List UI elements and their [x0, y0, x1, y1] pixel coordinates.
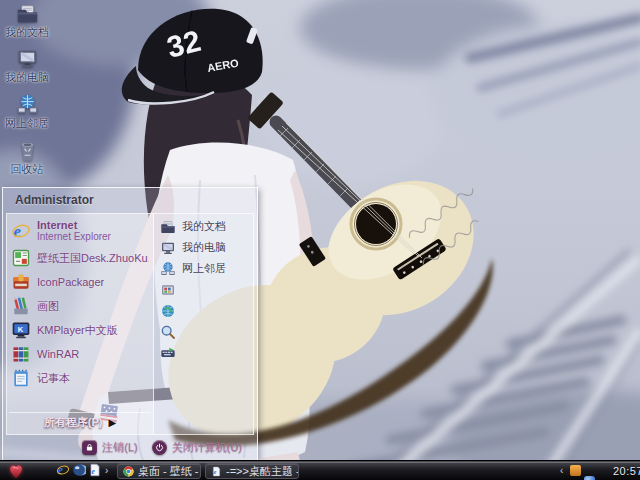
- my-computer-icon: [16, 47, 39, 70]
- start-menu-places-column: 我的文档 我的电脑 网上邻居: [154, 214, 253, 434]
- run-icon: [160, 345, 176, 361]
- menu-item-kmplayer[interactable]: KMPlayer中文版: [7, 318, 153, 342]
- place-my-documents[interactable]: 我的文档: [154, 216, 253, 237]
- quicklaunch-internet-explorer[interactable]: [56, 463, 70, 477]
- start-menu: Administrator Internet Internet Explorer…: [2, 187, 258, 461]
- log-off-lock-icon: [82, 440, 97, 455]
- tray-orange-app-icon[interactable]: [570, 465, 581, 476]
- all-programs-arrow-icon: ▶: [108, 417, 116, 428]
- quicklaunch-ie-document[interactable]: [88, 463, 102, 477]
- taskbar-button-zhuoku-theme[interactable]: -=>>桌酷主题 - Mi...: [205, 463, 299, 479]
- desktop-icon-my-computer[interactable]: 我的电脑: [0, 47, 54, 83]
- ie-document-icon: [211, 466, 222, 477]
- recycle-bin-icon: [16, 139, 39, 162]
- taskbar: › 桌面 - 壁纸 - 桌酷... -=>>桌酷主题 - Mi... ‹ 20:…: [0, 460, 640, 480]
- place-network-globe[interactable]: [154, 300, 253, 321]
- menu-item-notepad[interactable]: 记事本: [7, 366, 153, 390]
- quicklaunch-overflow-chevron[interactable]: ›: [105, 463, 108, 479]
- start-menu-body: Internet Internet Explorer 壁纸王国Desk.Zhuo…: [6, 213, 254, 435]
- quicklaunch-sphere-app[interactable]: [72, 463, 86, 477]
- desktop-icon-label: 我的文档: [5, 26, 49, 38]
- menu-item-paint[interactable]: 画图: [7, 294, 153, 318]
- taskbar-button-wallpaper-page[interactable]: 桌面 - 壁纸 - 桌酷...: [117, 463, 201, 479]
- network-places-icon: [16, 93, 39, 116]
- place-my-computer[interactable]: 我的电脑: [154, 237, 253, 258]
- search-icon: [160, 324, 176, 340]
- paint-icon: [11, 296, 31, 316]
- desktop-icon-label: 网上邻居: [5, 117, 49, 129]
- log-off-button[interactable]: 注销(L): [82, 440, 137, 455]
- shut-down-button[interactable]: 关闭计算机(U): [152, 440, 242, 455]
- computer-icon: [160, 240, 176, 256]
- notepad-icon: [11, 368, 31, 388]
- place-run[interactable]: [154, 342, 253, 363]
- place-control-panel[interactable]: [154, 279, 253, 300]
- start-menu-programs-column: Internet Internet Explorer 壁纸王国Desk.Zhuo…: [7, 214, 154, 434]
- place-search[interactable]: [154, 321, 253, 342]
- globe-icon: [160, 303, 176, 319]
- menu-item-iconpackager[interactable]: IconPackager: [7, 270, 153, 294]
- start-menu-user: Administrator: [3, 188, 257, 212]
- desktop-icon-label: 我的电脑: [5, 71, 49, 83]
- start-button[interactable]: [5, 463, 31, 479]
- internet-explorer-icon: [11, 221, 31, 241]
- power-icon: [152, 440, 167, 455]
- iconpackager-icon: [11, 272, 31, 292]
- desktop-icon-recycle-bin[interactable]: 回收站: [0, 139, 54, 175]
- place-network-places[interactable]: 网上邻居: [154, 258, 253, 279]
- documents-folder-icon: [160, 219, 176, 235]
- desktop-icon-label: 回收站: [11, 163, 44, 175]
- chrome-icon: [123, 466, 134, 477]
- taskbar-clock: 20:57: [613, 463, 640, 479]
- blue-sphere-icon: [72, 463, 86, 477]
- desktop: 32 AERO: [0, 0, 640, 480]
- kmplayer-icon: [11, 320, 31, 340]
- menu-item-winrar[interactable]: WinRAR: [7, 342, 153, 366]
- winrar-icon: [11, 344, 31, 364]
- ie-document-icon: [88, 463, 102, 477]
- my-documents-icon: [16, 2, 39, 25]
- tray-collapse-chevron[interactable]: ‹: [560, 463, 563, 479]
- start-heart-icon: [5, 463, 27, 480]
- menu-item-zhuoku[interactable]: 壁纸王国Desk.ZhuoKu.Com: [7, 246, 153, 270]
- internet-explorer-icon: [56, 463, 70, 477]
- start-menu-footer: 注销(L) 关闭计算机(U): [6, 436, 254, 459]
- tray-blue-app-icon[interactable]: [584, 476, 595, 480]
- all-programs-button[interactable]: 所有程序(P) ▶: [9, 412, 151, 432]
- control-panel-icon: [160, 282, 176, 298]
- desktop-icon-network-places[interactable]: 网上邻居: [0, 93, 54, 129]
- zhuoku-icon: [11, 248, 31, 268]
- desktop-icon-my-documents[interactable]: 我的文档: [0, 2, 54, 38]
- network-icon: [160, 261, 176, 277]
- menu-item-internet[interactable]: Internet Internet Explorer: [7, 216, 153, 246]
